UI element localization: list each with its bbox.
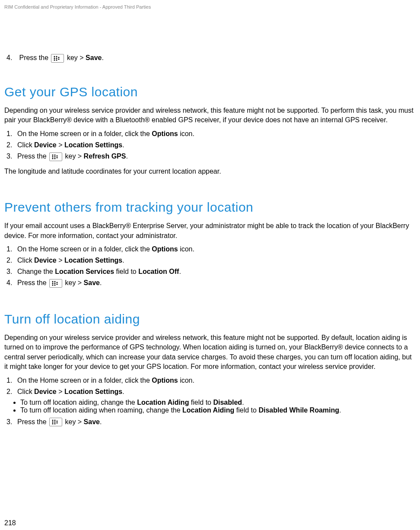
step-text: Press the <box>17 418 48 425</box>
aiding-step-3: 3.Press the key > Save. <box>4 417 416 427</box>
step-number: 2. <box>6 140 17 150</box>
step-text: Press the <box>17 279 48 286</box>
step-text: . <box>179 268 181 275</box>
svg-point-21 <box>54 284 56 286</box>
step-text: > <box>57 257 64 264</box>
svg-point-23 <box>57 283 58 285</box>
svg-point-5 <box>56 59 57 60</box>
svg-point-20 <box>54 282 56 284</box>
steps-aiding: 1.On the Home screen or in a folder, cli… <box>4 375 416 397</box>
step-text: > <box>57 388 64 395</box>
step-text: On the Home screen or in a folder, click… <box>17 245 152 253</box>
prevent-step-4: 4.Press the key > Save. <box>4 278 416 288</box>
bold-refresh-gps: Refresh GPS <box>84 152 126 160</box>
svg-point-25 <box>52 422 54 423</box>
step-number: 2. <box>6 255 17 266</box>
step-text: icon. <box>178 377 194 384</box>
svg-point-7 <box>58 58 60 60</box>
svg-point-27 <box>54 420 56 421</box>
bold-disabled-roaming: Disabled While Roaming <box>258 406 339 414</box>
outro-gps: The longitude and latitude coordinates f… <box>4 167 416 176</box>
step-text: On the Home screen or in a folder, click… <box>17 377 152 384</box>
intro-prevent: If your email account uses a BlackBerry®… <box>4 221 416 241</box>
svg-point-16 <box>52 281 54 282</box>
svg-point-24 <box>52 420 54 421</box>
heading-location-aiding: Turn off location aiding <box>4 312 416 327</box>
steps-prevent: 1.On the Home screen or in a folder, cli… <box>4 244 416 288</box>
header-confidential: RIM Confidential and Proprietary Informa… <box>4 4 416 10</box>
svg-point-8 <box>52 154 54 156</box>
step-number: 2. <box>6 387 17 397</box>
svg-point-19 <box>54 281 56 282</box>
bullet-text: To turn off location aiding, change the <box>20 399 137 406</box>
bold-save: Save <box>84 279 100 286</box>
step-4-save: 4. Press the key > Save. <box>4 53 416 63</box>
prevent-step-2: 2.Click Device > Location Settings. <box>4 255 416 266</box>
svg-point-30 <box>57 421 58 422</box>
page-number: 218 <box>4 519 16 527</box>
bold-device: Device <box>34 257 57 264</box>
prevent-step-1: 1.On the Home screen or in a folder, cli… <box>4 244 416 254</box>
svg-point-14 <box>57 155 58 156</box>
step-text: Click <box>17 141 34 149</box>
step-number: 3. <box>6 151 17 162</box>
svg-point-13 <box>54 158 56 159</box>
step-text: > <box>57 141 64 149</box>
bold-location-off: Location Off <box>138 268 179 275</box>
bullet-text: field to <box>189 399 213 406</box>
svg-point-6 <box>58 57 60 58</box>
svg-point-18 <box>52 284 54 286</box>
menu-key-icon <box>51 54 64 63</box>
bullet-text: . <box>339 406 341 414</box>
heading-prevent-tracking: Prevent others from tracking your locati… <box>4 200 416 215</box>
svg-point-26 <box>52 423 54 425</box>
bold-options: Options <box>152 377 178 384</box>
bold-device: Device <box>34 388 57 395</box>
step-text: Press the <box>19 54 50 61</box>
steps-gps: 1.On the Home screen or in a folder, cli… <box>4 129 416 162</box>
step-text: Click <box>17 388 34 395</box>
svg-point-12 <box>54 156 56 157</box>
gps-step-2: 2.Click Device > Location Settings. <box>4 140 416 150</box>
svg-point-31 <box>57 422 58 424</box>
svg-point-4 <box>56 57 57 59</box>
gps-step-3: 3.Press the key > Refresh GPS. <box>4 151 416 162</box>
bold-location-settings: Location Settings <box>64 141 122 149</box>
svg-point-22 <box>57 282 58 283</box>
step-text: icon. <box>178 245 194 253</box>
step-text: On the Home screen or in a folder, click… <box>17 130 152 137</box>
intro-aiding: Depending on your wireless service provi… <box>4 333 416 372</box>
step-text: key > <box>63 152 84 160</box>
step-number: 4. <box>6 53 17 63</box>
bold-location-aiding: Location Aiding <box>137 399 189 406</box>
bold-save: Save <box>84 418 100 425</box>
step-text: Change the <box>17 268 55 275</box>
step-text: . <box>122 141 124 149</box>
bullet-text: . <box>242 399 244 406</box>
continuation-step-block: 4. Press the key > Save. <box>4 53 416 63</box>
bold-options: Options <box>152 245 178 253</box>
steps-aiding-cont: 3.Press the key > Save. <box>4 417 416 427</box>
aiding-bullet-disabled: To turn off location aiding, change the … <box>20 399 416 406</box>
svg-point-0 <box>54 56 55 57</box>
svg-point-29 <box>54 423 56 425</box>
svg-point-28 <box>54 422 56 423</box>
intro-gps: Depending on your wireless service provi… <box>4 106 416 125</box>
step-number: 3. <box>6 417 17 427</box>
step-text: icon. <box>178 130 194 137</box>
step-text: key > <box>65 54 86 61</box>
svg-point-17 <box>52 282 54 284</box>
aiding-bullets: To turn off location aiding, change the … <box>14 399 416 414</box>
svg-point-10 <box>52 158 54 159</box>
step-text: . <box>100 418 102 425</box>
menu-key-icon <box>49 152 62 161</box>
svg-point-15 <box>57 157 58 158</box>
aiding-step-2: 2.Click Device > Location Settings. <box>4 387 416 397</box>
step-number: 1. <box>6 244 17 254</box>
bold-location-aiding: Location Aiding <box>182 406 234 414</box>
bold-save: Save <box>86 54 102 61</box>
bold-device: Device <box>34 141 57 149</box>
bullet-text: To turn off location aiding when roaming… <box>20 406 182 414</box>
svg-point-11 <box>54 154 56 156</box>
step-text: Press the <box>17 152 48 160</box>
